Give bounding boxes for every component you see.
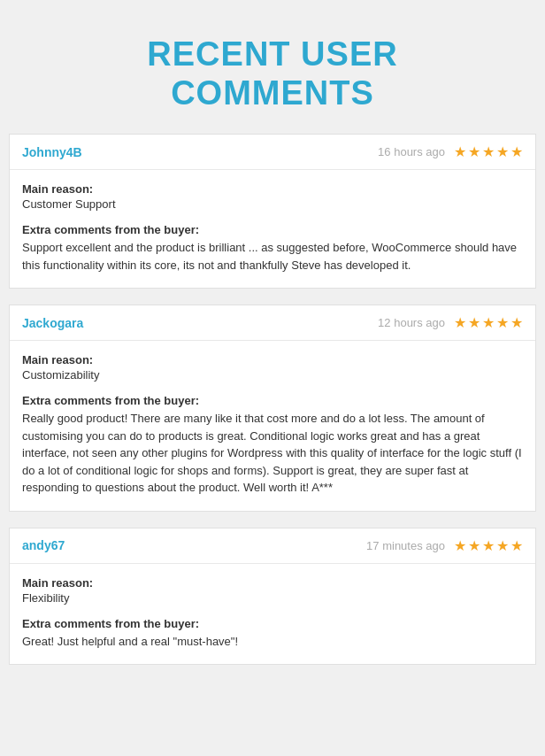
comment-header: andy67 17 minutes ago ★★★★★ <box>10 528 535 564</box>
comment-card-1: Johnny4B 16 hours ago ★★★★★ Main reason:… <box>9 134 536 289</box>
commenter-name: andy67 <box>22 538 65 552</box>
main-reason-label: Main reason: <box>22 576 523 590</box>
main-reason-value: Customer Support <box>22 197 523 211</box>
star-icon: ★ <box>454 537 466 554</box>
comment-body: Main reason: Flexibility Extra comments … <box>10 564 535 665</box>
star-icon: ★ <box>496 143 509 160</box>
comments-container: Johnny4B 16 hours ago ★★★★★ Main reason:… <box>0 134 545 665</box>
comment-body: Main reason: Customizability Extra comme… <box>10 341 535 511</box>
star-rating: ★★★★★ <box>454 143 523 160</box>
star-icon: ★ <box>468 143 480 160</box>
star-icon: ★ <box>496 314 509 331</box>
comment-time: 12 hours ago <box>378 316 445 329</box>
comment-meta: 12 hours ago ★★★★★ <box>378 314 523 331</box>
extra-comments-label: Extra comments from the buyer: <box>22 617 523 630</box>
main-reason-label: Main reason: <box>22 353 523 366</box>
comment-time: 16 hours ago <box>378 145 445 158</box>
star-icon: ★ <box>468 537 480 554</box>
commenter-name: Johnny4B <box>22 145 82 159</box>
star-icon: ★ <box>454 143 466 160</box>
main-reason-value: Flexibility <box>22 591 523 605</box>
extra-comments-label: Extra comments from the buyer: <box>22 223 523 236</box>
main-reason-value: Customizability <box>22 368 523 382</box>
commenter-name: Jackogara <box>22 316 83 330</box>
star-icon: ★ <box>496 537 509 554</box>
star-icon: ★ <box>510 143 523 160</box>
comment-card-3: andy67 17 minutes ago ★★★★★ Main reason:… <box>9 528 536 666</box>
star-icon: ★ <box>454 314 466 331</box>
page-title: RECENT USER COMMENTS <box>18 35 527 112</box>
comment-header: Jackogara 12 hours ago ★★★★★ <box>10 305 535 341</box>
header-section: RECENT USER COMMENTS <box>0 18 545 134</box>
star-icon: ★ <box>482 314 495 331</box>
comment-meta: 17 minutes ago ★★★★★ <box>366 537 523 554</box>
star-icon: ★ <box>468 314 480 331</box>
comment-time: 17 minutes ago <box>366 539 445 552</box>
star-icon: ★ <box>510 537 523 554</box>
star-rating: ★★★★★ <box>454 314 523 331</box>
star-icon: ★ <box>482 537 495 554</box>
extra-comments-value: Really good product! There are many like… <box>22 410 523 497</box>
comment-card-2: Jackogara 12 hours ago ★★★★★ Main reason… <box>9 305 536 512</box>
extra-comments-value: Support excellent and the product is bri… <box>22 239 523 274</box>
extra-comments-label: Extra comments from the buyer: <box>22 394 523 407</box>
main-reason-label: Main reason: <box>22 182 523 196</box>
star-rating: ★★★★★ <box>454 537 523 554</box>
comment-body: Main reason: Customer Support Extra comm… <box>10 170 535 288</box>
comment-header: Johnny4B 16 hours ago ★★★★★ <box>10 135 535 170</box>
comment-meta: 16 hours ago ★★★★★ <box>378 143 523 160</box>
page-wrapper: RECENT USER COMMENTS Johnny4B 16 hours a… <box>0 0 545 756</box>
star-icon: ★ <box>482 143 495 160</box>
star-icon: ★ <box>510 314 523 331</box>
extra-comments-value: Great! Just helpful and a real "must-hav… <box>22 633 523 651</box>
